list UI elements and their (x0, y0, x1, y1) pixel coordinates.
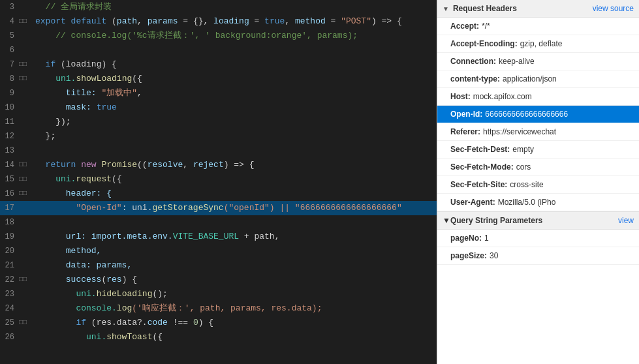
line-number: 15 (0, 172, 18, 187)
code-line: 23 uni.hideLoading(); (0, 287, 437, 301)
code-line: 5 // console.log('%c请求拦截：', ' background… (0, 29, 437, 43)
line-number: 16 (0, 187, 18, 201)
header-row[interactable]: Host: mock.apifox.com (437, 88, 639, 106)
code-line: 4□export default (path, params = {}, loa… (0, 14, 437, 29)
line-number: 8 (0, 72, 18, 86)
line-content: data: params, (33, 258, 437, 273)
query-param-row[interactable]: pageSize: 30 (437, 247, 639, 265)
header-row[interactable]: Open-Id: 6666666666666666666 (437, 106, 639, 123)
request-headers-section: ▼ Request Headers view source (437, 0, 639, 18)
header-key: content-type: (450, 73, 500, 85)
code-editor: 3 // 全局请求封装4□export default (path, param… (0, 0, 437, 364)
query-value: 30 (490, 250, 498, 262)
code-line: 13 (0, 144, 437, 158)
line-gutter: 21 (0, 258, 33, 273)
line-number: 9 (0, 86, 18, 100)
line-gutter: 12 (0, 129, 33, 144)
header-value: 6666666666666666666 (485, 108, 568, 120)
header-key: Accept-Encoding: (450, 38, 518, 50)
line-number: 19 (0, 230, 18, 244)
line-gutter: 26 (0, 330, 33, 344)
line-content: export default (path, params = {}, loadi… (33, 14, 437, 29)
header-row[interactable]: content-type: application/json (437, 70, 639, 88)
line-content: // 全局请求封装 (33, 0, 437, 14)
query-string-section: ▼ Query String Parameters view (437, 211, 639, 230)
code-line: 17 "Open-Id": uni.getStorageSync("openId… (0, 201, 437, 215)
header-value: empty (512, 144, 534, 155)
line-content: success(res) { (33, 273, 437, 287)
line-gutter: 22□ (0, 273, 33, 287)
code-line: 11 }); (0, 115, 437, 129)
headers-container: ▼ Request Headers view source Accept: */… (437, 0, 639, 364)
code-line: 22□ success(res) { (0, 273, 437, 287)
line-content: return new Promise((resolve, reject) => … (33, 158, 437, 172)
line-gutter: 23 (0, 287, 33, 301)
line-number: 4 (0, 14, 18, 29)
fold-indicator[interactable]: □ (18, 316, 27, 330)
line-content: mask: true (33, 100, 437, 115)
line-number: 22 (0, 273, 18, 287)
line-content: method, (33, 244, 437, 258)
code-line: 8□ uni.showLoading({ (0, 72, 437, 86)
line-gutter: 14□ (0, 158, 33, 172)
triangle-icon-query: ▼ (443, 216, 450, 225)
header-value: gzip, deflate (520, 38, 563, 50)
header-row[interactable]: Referer: https://servicewechat (437, 123, 639, 141)
code-line: 20 method, (0, 244, 437, 258)
line-gutter: 20 (0, 244, 33, 258)
line-gutter: 11 (0, 115, 33, 129)
header-row[interactable]: Accept-Encoding: gzip, deflate (437, 35, 639, 53)
line-number: 12 (0, 129, 18, 144)
fold-indicator[interactable]: □ (18, 72, 27, 86)
triangle-icon: ▼ (443, 5, 449, 12)
query-key: pageSize: (450, 250, 487, 262)
header-value: https://servicewechat (483, 126, 556, 138)
line-number: 24 (0, 301, 18, 316)
line-number: 5 (0, 29, 18, 43)
query-param-row[interactable]: pageNo: 1 (437, 230, 639, 247)
header-key: Sec-Fetch-Mode: (450, 161, 514, 173)
header-value: application/json (503, 73, 557, 85)
line-content: }); (33, 115, 437, 129)
fold-indicator[interactable]: □ (18, 172, 27, 187)
fold-indicator[interactable]: □ (18, 273, 27, 287)
query-view-link[interactable]: view (618, 216, 634, 225)
header-row[interactable]: Connection: keep-alive (437, 53, 639, 70)
header-value: cors (516, 161, 531, 173)
line-number: 10 (0, 100, 18, 115)
code-line: 3 // 全局请求封装 (0, 0, 437, 14)
line-gutter: 19 (0, 230, 33, 244)
code-line: 21 data: params, (0, 258, 437, 273)
header-key: Sec-Fetch-Dest: (450, 144, 510, 155)
line-gutter: 5 (0, 29, 33, 43)
header-value: cross-site (510, 179, 543, 190)
fold-indicator[interactable]: □ (18, 158, 27, 172)
header-key: Connection: (450, 55, 496, 67)
header-row[interactable]: Accept: */* (437, 18, 639, 35)
fold-indicator[interactable]: □ (18, 57, 27, 72)
code-line: 26 uni.showToast({ (0, 330, 437, 344)
line-number: 20 (0, 244, 18, 258)
header-row[interactable]: User-Agent: Mozilla/5.0 (iPho (437, 194, 639, 211)
line-number: 23 (0, 287, 18, 301)
header-value: mock.apifox.com (473, 91, 532, 102)
line-number: 3 (0, 0, 18, 14)
header-row[interactable]: Sec-Fetch-Dest: empty (437, 141, 639, 159)
line-gutter: 9 (0, 86, 33, 100)
line-gutter: 25□ (0, 316, 33, 330)
code-line: 12 }; (0, 129, 437, 144)
fold-indicator[interactable]: □ (18, 14, 27, 29)
view-source-link[interactable]: view source (593, 4, 634, 13)
fold-indicator[interactable]: □ (18, 187, 27, 201)
line-content: title: "加载中", (33, 86, 437, 100)
line-gutter: 3 (0, 0, 33, 14)
header-key: Open-Id: (450, 108, 482, 120)
header-row[interactable]: Sec-Fetch-Site: cross-site (437, 176, 639, 194)
header-key: User-Agent: (450, 196, 495, 208)
line-content: }; (33, 129, 437, 144)
header-key: Host: (450, 91, 471, 102)
line-number: 14 (0, 158, 18, 172)
code-line: 10 mask: true (0, 100, 437, 115)
header-value: Mozilla/5.0 (iPho (498, 196, 556, 208)
header-row[interactable]: Sec-Fetch-Mode: cors (437, 159, 639, 176)
